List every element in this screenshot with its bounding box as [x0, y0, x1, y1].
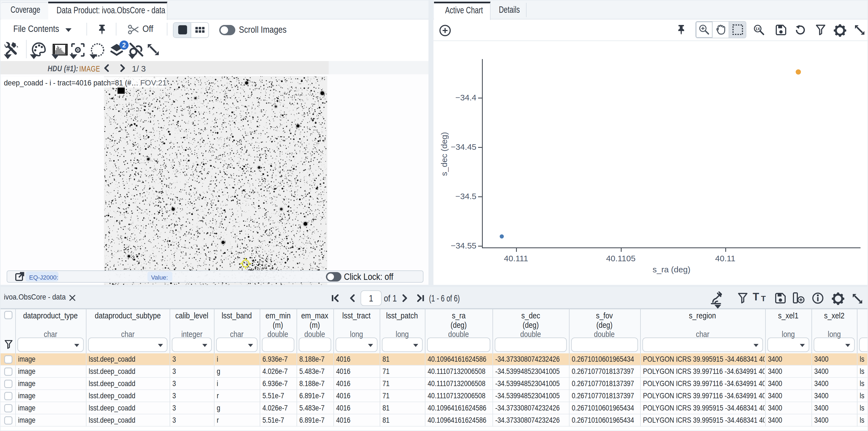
svg-text:1X: 1X: [755, 27, 760, 31]
